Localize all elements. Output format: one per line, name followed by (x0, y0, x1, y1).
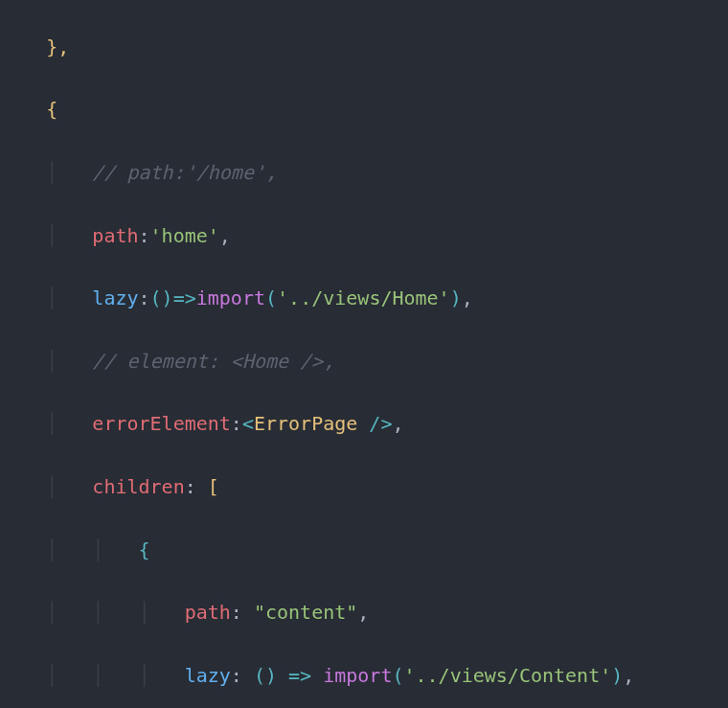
string: '../views/Content' (404, 664, 612, 687)
brace: { (139, 538, 150, 561)
prop-lazy: lazy (92, 286, 138, 309)
code-line[interactable]: │ children: [ (0, 471, 728, 503)
prop-children: children (92, 475, 184, 498)
code-line[interactable]: │ │ { (0, 535, 728, 566)
comment: // element: <Home />, (92, 350, 334, 373)
code-line[interactable]: │ // path:'/home', (0, 157, 728, 189)
brace: }, (46, 35, 69, 58)
string: 'home' (150, 224, 219, 247)
string: '../views/Home' (277, 286, 450, 309)
code-editor[interactable]: }, { │ // path:'/home', │ path:'home', │… (0, 0, 728, 708)
code-line[interactable]: │ path:'home', (0, 220, 728, 252)
code-line[interactable]: │ │ │ path: "content", (0, 597, 728, 628)
prop-lazy: lazy (185, 664, 231, 687)
keyword-import: import (323, 664, 392, 687)
prop-path: path (185, 601, 231, 624)
code-line[interactable]: │ │ │ lazy: () => import('../views/Conte… (0, 660, 728, 692)
prop-path: path (92, 224, 138, 247)
jsx-tag: ErrorPage (254, 412, 357, 435)
code-line[interactable]: }, (0, 32, 728, 63)
comment: // path:'/home', (92, 161, 277, 184)
string: "content" (242, 601, 357, 624)
brace: { (46, 98, 57, 121)
code-line[interactable]: │ lazy:()=>import('../views/Home'), (0, 283, 728, 314)
prop-errorelement: errorElement (92, 412, 231, 435)
code-line[interactable]: │ // element: <Home />, (0, 346, 728, 377)
keyword-import: import (196, 286, 265, 309)
code-line[interactable]: { (0, 94, 728, 126)
code-line[interactable]: │ errorElement:<ErrorPage />, (0, 408, 728, 440)
